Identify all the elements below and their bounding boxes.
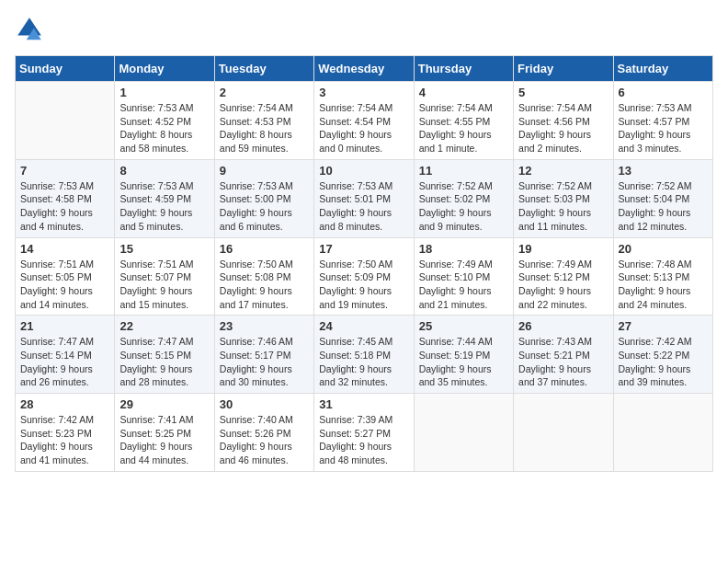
day-cell: 19Sunrise: 7:49 AM Sunset: 5:12 PM Dayli…: [514, 237, 613, 316]
header-cell-thursday: Thursday: [414, 56, 513, 82]
day-info: Sunrise: 7:53 AM Sunset: 4:58 PM Dayligh…: [20, 179, 109, 234]
day-number: 8: [119, 164, 209, 178]
day-info: Sunrise: 7:52 AM Sunset: 5:03 PM Dayligh…: [518, 179, 608, 234]
header-cell-friday: Friday: [514, 56, 613, 82]
day-cell: 1Sunrise: 7:53 AM Sunset: 4:52 PM Daylig…: [115, 82, 214, 160]
day-cell: 26Sunrise: 7:43 AM Sunset: 5:21 PM Dayli…: [514, 316, 613, 394]
day-info: Sunrise: 7:53 AM Sunset: 4:52 PM Dayligh…: [119, 101, 209, 155]
day-number: 23: [220, 319, 309, 333]
day-info: Sunrise: 7:53 AM Sunset: 5:00 PM Dayligh…: [220, 179, 309, 234]
day-cell: 27Sunrise: 7:42 AM Sunset: 5:22 PM Dayli…: [613, 316, 712, 394]
day-number: 2: [220, 86, 309, 99]
header-row: SundayMondayTuesdayWednesdayThursdayFrid…: [16, 56, 713, 82]
day-number: 13: [619, 164, 708, 178]
day-number: 3: [319, 86, 408, 99]
day-cell: 24Sunrise: 7:45 AM Sunset: 5:18 PM Dayli…: [314, 316, 414, 394]
day-cell: 9Sunrise: 7:53 AM Sunset: 5:00 PM Daylig…: [214, 159, 313, 237]
day-cell: 22Sunrise: 7:47 AM Sunset: 5:15 PM Dayli…: [115, 316, 214, 394]
calendar-table: SundayMondayTuesdayWednesdayThursdayFrid…: [15, 55, 713, 472]
day-info: Sunrise: 7:54 AM Sunset: 4:53 PM Dayligh…: [220, 101, 309, 155]
day-number: 7: [20, 164, 109, 178]
day-number: 18: [419, 242, 508, 256]
day-cell: 5Sunrise: 7:54 AM Sunset: 4:56 PM Daylig…: [514, 82, 613, 160]
day-cell: 16Sunrise: 7:50 AM Sunset: 5:08 PM Dayli…: [214, 237, 313, 316]
day-info: Sunrise: 7:46 AM Sunset: 5:17 PM Dayligh…: [220, 335, 309, 389]
day-info: Sunrise: 7:49 AM Sunset: 5:10 PM Dayligh…: [419, 258, 508, 312]
day-info: Sunrise: 7:43 AM Sunset: 5:21 PM Dayligh…: [518, 335, 608, 389]
week-row-3: 21Sunrise: 7:47 AM Sunset: 5:14 PM Dayli…: [16, 316, 713, 394]
day-cell: 8Sunrise: 7:53 AM Sunset: 4:59 PM Daylig…: [115, 159, 214, 237]
day-number: 30: [220, 397, 309, 411]
day-info: Sunrise: 7:50 AM Sunset: 5:09 PM Dayligh…: [319, 258, 408, 312]
day-info: Sunrise: 7:54 AM Sunset: 4:56 PM Dayligh…: [518, 101, 608, 155]
day-info: Sunrise: 7:53 AM Sunset: 4:59 PM Dayligh…: [119, 179, 209, 234]
day-number: 15: [119, 242, 209, 256]
day-info: Sunrise: 7:44 AM Sunset: 5:19 PM Dayligh…: [419, 335, 508, 389]
day-cell: 2Sunrise: 7:54 AM Sunset: 4:53 PM Daylig…: [214, 82, 313, 160]
week-row-4: 28Sunrise: 7:42 AM Sunset: 5:23 PM Dayli…: [16, 394, 713, 472]
day-info: Sunrise: 7:50 AM Sunset: 5:08 PM Dayligh…: [220, 258, 309, 312]
day-number: 27: [619, 319, 708, 333]
day-cell: [514, 394, 613, 472]
day-info: Sunrise: 7:48 AM Sunset: 5:13 PM Dayligh…: [619, 258, 708, 312]
day-info: Sunrise: 7:54 AM Sunset: 4:54 PM Dayligh…: [319, 101, 408, 155]
day-cell: 4Sunrise: 7:54 AM Sunset: 4:55 PM Daylig…: [414, 82, 513, 160]
day-cell: 15Sunrise: 7:51 AM Sunset: 5:07 PM Dayli…: [115, 237, 214, 316]
day-cell: 6Sunrise: 7:53 AM Sunset: 4:57 PM Daylig…: [613, 82, 712, 160]
day-number: 12: [518, 164, 608, 178]
day-number: 14: [20, 242, 109, 256]
header-cell-saturday: Saturday: [613, 56, 712, 82]
day-cell: 11Sunrise: 7:52 AM Sunset: 5:02 PM Dayli…: [414, 159, 513, 237]
day-info: Sunrise: 7:42 AM Sunset: 5:22 PM Dayligh…: [619, 335, 708, 389]
header-cell-wednesday: Wednesday: [314, 56, 414, 82]
day-number: 26: [518, 319, 608, 333]
header-cell-tuesday: Tuesday: [214, 56, 313, 82]
day-cell: [16, 82, 115, 160]
day-info: Sunrise: 7:51 AM Sunset: 5:05 PM Dayligh…: [20, 258, 109, 312]
day-number: 9: [220, 164, 309, 178]
day-cell: 31Sunrise: 7:39 AM Sunset: 5:27 PM Dayli…: [314, 394, 414, 472]
day-number: 25: [419, 319, 508, 333]
day-info: Sunrise: 7:45 AM Sunset: 5:18 PM Dayligh…: [319, 335, 408, 389]
logo-icon: [15, 15, 44, 44]
svg-marker-0: [17, 17, 41, 35]
day-info: Sunrise: 7:54 AM Sunset: 4:55 PM Dayligh…: [419, 101, 508, 155]
day-number: 17: [319, 242, 408, 256]
week-row-2: 14Sunrise: 7:51 AM Sunset: 5:05 PM Dayli…: [16, 237, 713, 316]
day-info: Sunrise: 7:52 AM Sunset: 5:04 PM Dayligh…: [619, 179, 708, 234]
day-number: 29: [119, 397, 209, 411]
day-info: Sunrise: 7:39 AM Sunset: 5:27 PM Dayligh…: [319, 413, 408, 467]
day-number: 20: [619, 242, 708, 256]
day-cell: 13Sunrise: 7:52 AM Sunset: 5:04 PM Dayli…: [613, 159, 712, 237]
day-number: 16: [220, 242, 309, 256]
page-header: [15, 15, 713, 44]
day-cell: 29Sunrise: 7:41 AM Sunset: 5:25 PM Dayli…: [115, 394, 214, 472]
day-number: 5: [518, 86, 608, 99]
logo: [15, 15, 48, 44]
day-info: Sunrise: 7:51 AM Sunset: 5:07 PM Dayligh…: [119, 258, 209, 312]
day-info: Sunrise: 7:47 AM Sunset: 5:14 PM Dayligh…: [20, 335, 109, 389]
day-cell: 21Sunrise: 7:47 AM Sunset: 5:14 PM Dayli…: [16, 316, 115, 394]
day-number: 6: [619, 86, 708, 99]
day-info: Sunrise: 7:47 AM Sunset: 5:15 PM Dayligh…: [119, 335, 209, 389]
day-number: 1: [119, 86, 209, 99]
day-number: 31: [319, 397, 408, 411]
day-info: Sunrise: 7:53 AM Sunset: 5:01 PM Dayligh…: [319, 179, 408, 234]
week-row-1: 7Sunrise: 7:53 AM Sunset: 4:58 PM Daylig…: [16, 159, 713, 237]
day-cell: 7Sunrise: 7:53 AM Sunset: 4:58 PM Daylig…: [16, 159, 115, 237]
day-cell: [414, 394, 513, 472]
day-number: 11: [419, 164, 508, 178]
day-number: 24: [319, 319, 408, 333]
day-cell: 30Sunrise: 7:40 AM Sunset: 5:26 PM Dayli…: [214, 394, 313, 472]
day-info: Sunrise: 7:52 AM Sunset: 5:02 PM Dayligh…: [419, 179, 508, 234]
header-cell-sunday: Sunday: [16, 56, 115, 82]
day-info: Sunrise: 7:49 AM Sunset: 5:12 PM Dayligh…: [518, 258, 608, 312]
day-cell: 17Sunrise: 7:50 AM Sunset: 5:09 PM Dayli…: [314, 237, 414, 316]
day-number: 28: [20, 397, 109, 411]
day-cell: 14Sunrise: 7:51 AM Sunset: 5:05 PM Dayli…: [16, 237, 115, 316]
day-number: 4: [419, 86, 508, 99]
day-cell: 10Sunrise: 7:53 AM Sunset: 5:01 PM Dayli…: [314, 159, 414, 237]
day-cell: 18Sunrise: 7:49 AM Sunset: 5:10 PM Dayli…: [414, 237, 513, 316]
day-cell: 3Sunrise: 7:54 AM Sunset: 4:54 PM Daylig…: [314, 82, 414, 160]
day-cell: 28Sunrise: 7:42 AM Sunset: 5:23 PM Dayli…: [16, 394, 115, 472]
